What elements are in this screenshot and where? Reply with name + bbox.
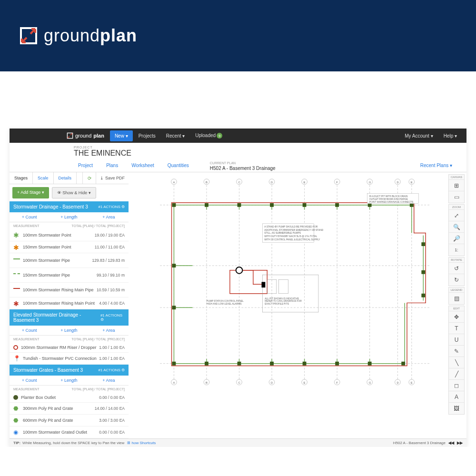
next-plan-icon[interactable]: ▶▶ (457, 441, 463, 445)
group-subheader: + Count+ Length+ Area (10, 212, 129, 222)
measurement-value: 14.00 / 14.00 EA (95, 406, 125, 411)
group-header[interactable]: Stormwater Grates - Basement 3#1 ACTIONS… (10, 365, 129, 376)
edit-text-icon[interactable]: T (449, 323, 464, 334)
group-header[interactable]: Elevated Stormwater Drainage - Basement … (10, 309, 129, 326)
svg-text:A: A (173, 381, 175, 384)
save-pdf-button[interactable]: ⤓ Save PDF (96, 172, 129, 184)
workspace: Stages Scale Details ⟳ ⤓ Save PDF + Add … (10, 172, 466, 438)
measurement-row[interactable]: Planter Box Outlet0.00 / 0.00 EA (10, 393, 129, 403)
tab-quantities[interactable]: Quantities (161, 159, 196, 172)
svg-rect-51 (401, 362, 405, 366)
measurement-row[interactable]: ✱100mm Stormwater Point19.00 / 19.00 EA (10, 229, 129, 241)
svg-rect-38 (238, 203, 241, 207)
measurement-row[interactable]: 📍Tundish - Stormwater PVC Connection1.00… (10, 353, 129, 365)
side-tab-details[interactable]: Details (54, 172, 77, 184)
edit-image-icon[interactable]: 🖼 (449, 403, 464, 414)
add-count[interactable]: + Count (10, 212, 49, 222)
recent-link[interactable]: Recent ▾ (161, 130, 189, 141)
add-area[interactable]: + Area (89, 376, 129, 385)
edit-shape-icon[interactable]: ◻ (449, 380, 464, 391)
edit-label-icon[interactable]: A (449, 391, 464, 403)
svg-text:E: E (411, 381, 413, 384)
edit-pencil-icon[interactable]: ✎ (449, 346, 464, 357)
svg-rect-50 (368, 362, 372, 366)
measurement-row[interactable]: 100mm Stormwater Pipe129.83 / 129.83 m (10, 253, 129, 268)
current-plan-name: H502 A - Basement 3 Drainage (210, 165, 276, 172)
zoom-fit-icon[interactable]: ⤢ (449, 210, 464, 221)
show-hide-button[interactable]: 👁 Show & Hide ▾ (52, 187, 96, 198)
measurement-name: 600mm Poly Pit and Grate (23, 418, 99, 423)
add-stage-button[interactable]: + Add Stage ▾ (12, 187, 49, 198)
svg-point-57 (236, 267, 243, 274)
edit-line-icon[interactable]: ╲ (449, 357, 464, 368)
projects-link[interactable]: Projects (134, 130, 160, 141)
svg-text:D: D (271, 381, 273, 384)
svg-text:F: F (336, 381, 338, 384)
svg-rect-49 (335, 362, 339, 366)
svg-rect-36 (172, 203, 176, 207)
measurement-row[interactable]: 100mm Stormwater RM Riser / Dropper1.00 … (10, 343, 129, 353)
canvas-grid-icon[interactable]: ⊞ (449, 180, 464, 191)
refresh-icon[interactable]: ⟳ (83, 172, 96, 184)
edit-ruler-icon[interactable]: ╱ (449, 368, 464, 380)
measurement-row[interactable]: ⬣600mm Poly Pit and Grate3.00 / 3.00 EA (10, 415, 129, 426)
svg-text:HIGH AND LOW LEVEL ALARMS: HIGH AND LOW LEVEL ALARMS (207, 303, 242, 305)
svg-text:B: B (206, 181, 208, 184)
svg-text:F: F (336, 181, 338, 184)
svg-text:A STAND-BY PUMP SHOULD BE PROV: A STAND-BY PUMP SHOULD BE PROVIDED FOR (264, 226, 317, 228)
right-toolbar: CANVAS ⊞ ▭ ZOOM ⤢ 🔍 🔎 1: ROTATE ↺ ↻ (448, 174, 465, 416)
svg-text:D: D (271, 181, 273, 184)
add-length[interactable]: + Length (49, 212, 89, 222)
new-button[interactable]: New ▾ (110, 130, 133, 141)
measurement-symbol: ✱ (13, 300, 20, 307)
canvas-area[interactable]: A B C D E F G D E (129, 172, 466, 415)
legend-toggle-icon[interactable]: ▤ (449, 293, 464, 304)
zoom-reset-icon[interactable]: 1: (449, 244, 464, 256)
add-count[interactable]: + Count (10, 326, 49, 335)
edit-magnet-icon[interactable]: U (449, 334, 464, 346)
help-link[interactable]: Help ▾ (439, 130, 462, 141)
recent-plans-link[interactable]: Recent Plans ▾ (420, 163, 452, 168)
tab-worksheet[interactable]: Worksheet (125, 159, 161, 172)
measurement-row[interactable]: 100mm Stormwater Rising Main Pipe10.59 /… (10, 283, 129, 298)
rt-legend-label: LEGEND (449, 288, 464, 293)
measurement-value: 1.00 / 1.00 EA (99, 345, 125, 350)
canvas-doc-icon[interactable]: ▭ (449, 191, 464, 203)
svg-text:STILL, AS SUBMERSIBLE PUMPS: STILL, AS SUBMERSIBLE PUMPS (264, 232, 301, 234)
my-account-link[interactable]: My Account ▾ (400, 130, 437, 141)
rotate-cw-icon[interactable]: ↻ (449, 274, 464, 286)
measurement-row[interactable]: ✱150mm Stormwater Point11.00 / 11.00 EA (10, 241, 129, 253)
svg-text:OUTLET FROM BASIN DISCHARGE: OUTLET FROM BASIN DISCHARGE (369, 198, 408, 200)
measurement-row[interactable]: 150mm Stormwater Pipe99.10 / 99.10 m (10, 268, 129, 283)
tab-plans[interactable]: Plans (99, 159, 125, 172)
zoom-in-icon[interactable]: 🔍 (449, 221, 464, 233)
zoom-out-icon[interactable]: 🔎 (449, 233, 464, 244)
add-area[interactable]: + Area (89, 212, 129, 222)
add-length[interactable]: + Length (49, 326, 89, 335)
side-tab-scale[interactable]: Scale (33, 172, 54, 184)
add-count[interactable]: + Count (10, 376, 49, 385)
floor-plan[interactable]: A B C D E F G D E (143, 177, 447, 401)
shortcuts-link[interactable]: ⊞ how Shortcuts (127, 441, 156, 445)
svg-rect-46 (238, 362, 241, 366)
svg-text:E: E (411, 181, 413, 184)
project-label: PROJECT (74, 146, 402, 149)
group-header[interactable]: Stormwater Drainage - Basement 3#1 ACTIO… (10, 201, 129, 212)
svg-text:ALL PIT SHOWN IS INDICATIVE: ALL PIT SHOWN IS INDICATIVE (265, 298, 299, 300)
measurement-row[interactable]: ⬣300mm Poly Pit and Grate14.00 / 14.00 E… (10, 403, 129, 415)
measurement-row[interactable]: ✱100mm Stormwater Rising Main Point4.00 … (10, 298, 129, 309)
prev-plan-icon[interactable]: ◀◀ (448, 441, 454, 445)
measurement-value: 19.00 / 19.00 EA (95, 233, 125, 238)
project-title: THE EMINENCE (74, 149, 402, 158)
measurement-value: 11.00 / 11.00 EA (95, 245, 125, 249)
add-length[interactable]: + Length (49, 376, 89, 385)
footer: TIP: While Measuring, hold down the SPAC… (10, 438, 466, 447)
add-area[interactable]: + Area (89, 326, 129, 335)
uploaded-link[interactable]: Uploaded9 (190, 130, 227, 142)
side-tab-stages[interactable]: Stages (10, 172, 33, 184)
tab-project[interactable]: Project (71, 159, 99, 172)
rotate-ccw-icon[interactable]: ↺ (449, 263, 464, 274)
edit-move-icon[interactable]: ✥ (449, 311, 464, 323)
table-head: MEASUREMENTTOTAL [PLAN] / TOTAL [PROJECT… (10, 386, 129, 393)
measurement-row[interactable]: ◉100mm Stormwater Grated Outlet0.00 / 0.… (10, 426, 129, 438)
